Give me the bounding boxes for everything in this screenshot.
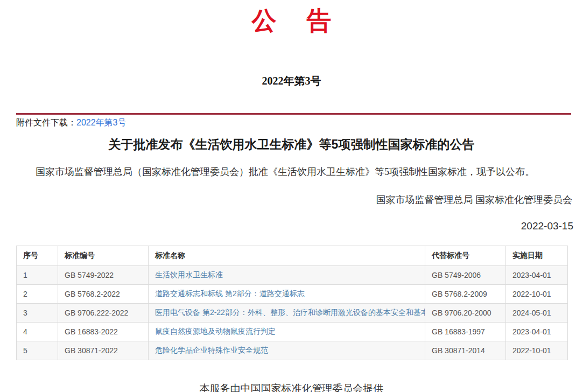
standards-table: 序号 标准编号 标准名称 代替标准号 实施日期 1 GB 5749-2022 生…: [16, 246, 568, 360]
cell-impl-date: 2023-04-01: [506, 322, 568, 341]
header-impl-date: 实施日期: [506, 246, 568, 265]
standard-name-link[interactable]: 道路交通标志和标线 第2部分：道路交通标志: [155, 289, 305, 298]
cell-impl-date: 2022-10-01: [506, 341, 568, 360]
header-standard-no: 标准编号: [58, 246, 149, 265]
cell-standard-no: GB 30871-2022: [58, 341, 149, 360]
header-replaced-no: 代替标准号: [425, 246, 506, 265]
cell-replaced-no: GB 30871-2014: [425, 341, 506, 360]
notice-body: 国家市场监督管理总局（国家标准化管理委员会）批准《生活饮用水卫生标准》等5项强制…: [16, 165, 561, 178]
cell-standard-name: 危险化学品企业特殊作业安全规范: [149, 341, 425, 360]
cell-standard-name: 医用电气设备 第2-22部分：外科、整形、治疗和诊断用激光设备的基本安全和基本性…: [149, 303, 425, 322]
issue-number: 2022年第3号: [0, 74, 583, 88]
cell-standard-name: 鼠疫自然疫源地及动物鼠疫流行判定: [149, 322, 425, 341]
cell-seq: 1: [17, 265, 58, 284]
attachment-label: 附件文件下载：: [16, 118, 76, 127]
cell-replaced-no: GB 5749-2006: [425, 265, 506, 284]
attachment-link[interactable]: 2022年第3号: [76, 118, 127, 127]
cell-seq: 4: [17, 322, 58, 341]
table-body: 1 GB 5749-2022 生活饮用水卫生标准 GB 5749-2006 20…: [17, 265, 568, 360]
header-standard-name: 标准名称: [149, 246, 425, 265]
cell-standard-no: GB 9706.222-2022: [58, 303, 149, 322]
header-seq: 序号: [17, 246, 58, 265]
table-row: 5 GB 30871-2022 危险化学品企业特殊作业安全规范 GB 30871…: [17, 341, 568, 360]
notice-date: 2022-03-15: [0, 220, 573, 232]
footer-note: 本服务由中国国家标准化管理委员会提供: [0, 382, 583, 392]
cell-standard-name: 生活饮用水卫生标准: [149, 265, 425, 284]
table-header-row: 序号 标准编号 标准名称 代替标准号 实施日期: [17, 246, 568, 265]
divider-rule: [16, 113, 571, 115]
page-title: 公 告: [0, 0, 583, 35]
standard-name-link[interactable]: 生活饮用水卫生标准: [155, 270, 223, 279]
cell-seq: 3: [17, 303, 58, 322]
table-row: 1 GB 5749-2022 生活饮用水卫生标准 GB 5749-2006 20…: [17, 265, 568, 284]
table-row: 2 GB 5768.2-2022 道路交通标志和标线 第2部分：道路交通标志 G…: [17, 284, 568, 303]
standard-name-link[interactable]: 医用电气设备 第2-22部分：外科、整形、治疗和诊断用激光设备的基本安全和基本性…: [155, 308, 425, 317]
cell-replaced-no: GB 16883-1997: [425, 322, 506, 341]
cell-replaced-no: GB 9706.20-2000: [425, 303, 506, 322]
title-char-1: 公: [252, 8, 277, 35]
attachment-row: 附件文件下载：2022年第3号: [16, 117, 571, 129]
cell-seq: 2: [17, 284, 58, 303]
notice-heading: 关于批准发布《生活饮用水卫生标准》等5项强制性国家标准的公告: [16, 136, 567, 152]
cell-replaced-no: GB 5768.2-2009: [425, 284, 506, 303]
cell-seq: 5: [17, 341, 58, 360]
cell-standard-no: GB 5768.2-2022: [58, 284, 149, 303]
issuer-line: 国家市场监督管理总局 国家标准化管理委员会: [0, 193, 572, 206]
cell-standard-no: GB 5749-2022: [58, 265, 149, 284]
announcement-page: 公 告 2022年第3号 附件文件下载：2022年第3号 关于批准发布《生活饮用…: [0, 0, 583, 392]
table-row: 3 GB 9706.222-2022 医用电气设备 第2-22部分：外科、整形、…: [17, 303, 568, 322]
cell-impl-date: 2023-04-01: [506, 265, 568, 284]
standard-name-link[interactable]: 鼠疫自然疫源地及动物鼠疫流行判定: [155, 327, 276, 335]
cell-impl-date: 2024-05-01: [506, 303, 568, 322]
cell-standard-no: GB 16883-2022: [58, 322, 149, 341]
cell-impl-date: 2022-10-01: [506, 284, 568, 303]
cell-standard-name: 道路交通标志和标线 第2部分：道路交通标志: [149, 284, 425, 303]
table-row: 4 GB 16883-2022 鼠疫自然疫源地及动物鼠疫流行判定 GB 1688…: [17, 322, 568, 341]
standard-name-link[interactable]: 危险化学品企业特殊作业安全规范: [155, 346, 268, 354]
title-char-2: 告: [307, 8, 332, 35]
